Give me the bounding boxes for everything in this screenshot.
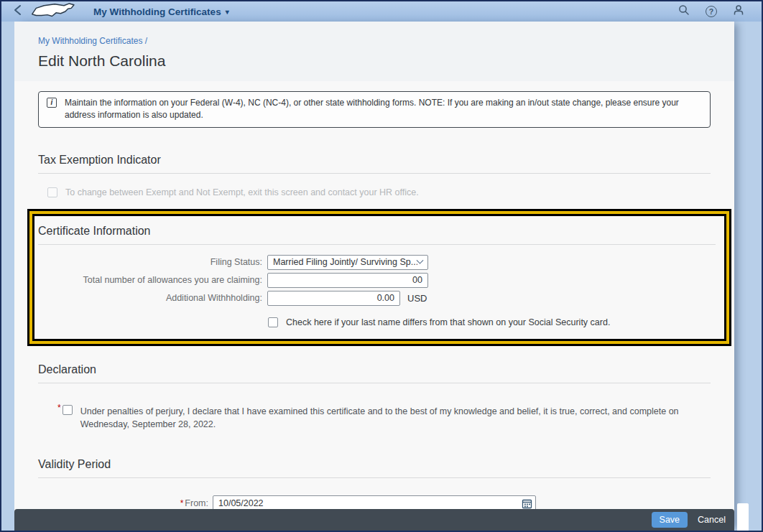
- last-name-differs-row: Check here if your last name differs fro…: [268, 317, 716, 327]
- page-background: My Withholding Certificates / Edit North…: [1, 22, 762, 531]
- divider: [38, 383, 711, 383]
- shell-header: My Withholding Certificates ▾ ?: [1, 1, 762, 22]
- chevron-left-icon: [14, 4, 22, 19]
- save-button[interactable]: Save: [652, 512, 688, 528]
- calendar-icon[interactable]: [521, 498, 532, 509]
- allowances-row: Total number of allowances you are claim…: [38, 273, 716, 288]
- allowances-label: Total number of allowances you are claim…: [38, 275, 262, 285]
- divider: [38, 173, 711, 174]
- shell-title-text: My Withholding Certificates: [93, 6, 221, 17]
- search-icon[interactable]: [678, 4, 690, 19]
- currency-label: USD: [407, 293, 427, 304]
- info-message-text: Maintain the information on your Federal…: [65, 97, 702, 122]
- additional-withholding-label: Additional Withhholding:: [38, 293, 262, 303]
- section-declaration: Declaration: [38, 363, 711, 383]
- from-label: From:: [185, 498, 208, 508]
- info-icon: i: [47, 98, 57, 108]
- declaration-checkbox[interactable]: [63, 405, 73, 415]
- certificate-information-title: Certificate Information: [38, 225, 716, 238]
- highlight-annotation-box: Certificate Information Filing Status: M…: [27, 209, 731, 346]
- declaration-title: Declaration: [38, 363, 711, 376]
- north-carolina-logo-icon: [29, 3, 83, 20]
- help-icon[interactable]: ?: [706, 6, 717, 17]
- tax-exemption-checkbox: [47, 187, 57, 197]
- allowances-input[interactable]: [267, 273, 428, 288]
- section-tax-exemption: Tax Exemption Indicator: [38, 154, 711, 174]
- shell-actions: ?: [678, 4, 753, 19]
- required-marker: *: [180, 498, 184, 508]
- title-caret-icon: ▾: [226, 8, 229, 16]
- section-validity-period: Validity Period: [38, 458, 711, 478]
- required-marker: *: [57, 403, 61, 431]
- filing-status-row: Filing Status: Married Filing Jointly/ S…: [38, 255, 716, 270]
- footer-toolbar: Save Cancel: [14, 509, 734, 531]
- back-button[interactable]: [10, 4, 24, 19]
- divider: [38, 477, 711, 478]
- from-date-input[interactable]: [213, 495, 536, 510]
- last-name-differs-label: Check here if your last name differs fro…: [286, 317, 610, 327]
- cancel-button[interactable]: Cancel: [698, 515, 726, 525]
- tax-exemption-checkbox-label: To change between Exempt and Not Exempt,…: [65, 187, 419, 197]
- page-header: My Withholding Certificates / Edit North…: [14, 22, 734, 81]
- scrollbar-thumb[interactable]: [737, 503, 749, 531]
- shell-app-title[interactable]: My Withholding Certificates ▾: [93, 6, 229, 17]
- profile-icon[interactable]: [733, 4, 744, 19]
- filing-status-value: Married Filing Jointly/ Surviving Sp...: [273, 257, 417, 267]
- tax-exemption-title: Tax Exemption Indicator: [38, 154, 711, 167]
- from-date-field: [213, 495, 536, 510]
- declaration-checkbox-label: Under penalties of perjury, I declare th…: [80, 405, 711, 431]
- additional-withholding-row: Additional Withhholding: USD: [38, 291, 716, 306]
- app-window: My Withholding Certificates ▾ ? My Withh…: [0, 0, 763, 532]
- declaration-checkbox-row: * Under penalties of perjury, I declare …: [57, 405, 711, 431]
- filing-status-label: Filing Status:: [38, 257, 262, 267]
- breadcrumb[interactable]: My Withholding Certificates /: [38, 36, 711, 46]
- additional-withholding-input[interactable]: [267, 291, 400, 306]
- divider: [38, 244, 716, 245]
- filing-status-select[interactable]: Married Filing Jointly/ Surviving Sp...: [267, 255, 428, 270]
- last-name-differs-checkbox[interactable]: [268, 317, 278, 327]
- page-title: Edit North Carolina: [38, 52, 711, 70]
- info-message-banner: i Maintain the information on your Feder…: [38, 91, 711, 128]
- section-certificate-information: Certificate Information Filing Status: M…: [32, 214, 726, 341]
- tax-exemption-checkbox-row: To change between Exempt and Not Exempt,…: [47, 187, 711, 197]
- validity-period-title: Validity Period: [38, 458, 711, 471]
- content-card: My Withholding Certificates / Edit North…: [14, 22, 734, 531]
- chevron-down-icon: [417, 257, 424, 264]
- from-date-row: *From:: [38, 495, 711, 510]
